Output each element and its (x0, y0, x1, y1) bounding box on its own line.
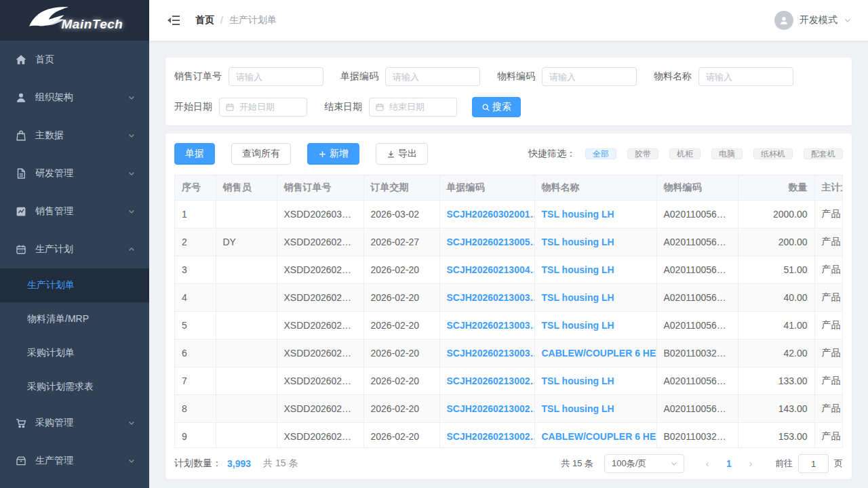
end-date-input[interactable]: 结束日期 (369, 98, 457, 117)
add-button[interactable]: 新增 (307, 143, 359, 165)
quick-filter-chip[interactable]: 胶带 (627, 148, 658, 159)
cell-order-delivery-date: 2026-02-20 (363, 311, 439, 339)
cell-salesperson (216, 311, 277, 339)
doc-code-link[interactable]: SCJH20260213002… (447, 403, 535, 414)
cell-seq: 1 (175, 200, 216, 228)
table-row: 4XSDD202602…2026-02-20SCJH20260213003…TS… (175, 283, 843, 311)
current-page[interactable]: 1 (718, 458, 740, 469)
doc-button[interactable]: 单据 (174, 143, 215, 165)
page-unit-label: 页 (834, 458, 843, 470)
cell-plan-type: 产品 (814, 200, 843, 228)
plan-total-count: 共 15 条 (263, 458, 298, 470)
chevron-down-icon (127, 207, 136, 216)
material-name-link[interactable]: CABLEW/COUPLER 6 HE (542, 431, 656, 442)
filter-input-2[interactable] (542, 67, 637, 86)
doc-code-link[interactable]: SCJH20260213004… (447, 264, 535, 275)
doc-code-link[interactable]: SCJH20260213005… (447, 237, 535, 247)
breadcrumb-separator: / (220, 15, 223, 26)
material-name-link[interactable]: TSL housing LH (542, 292, 614, 303)
doc-code-link[interactable]: SCJH20260213003… (447, 320, 535, 331)
quick-filter-chip[interactable]: 配套机 (804, 148, 843, 159)
doc-code-link[interactable]: SCJH20260213002… (447, 431, 535, 442)
next-page-button[interactable]: › (740, 458, 762, 469)
filter-input-1[interactable] (385, 67, 480, 86)
prev-page-button[interactable]: ‹ (696, 458, 718, 469)
cell-doc-code: SCJH20260213002… (439, 394, 534, 422)
filter-input-3[interactable] (698, 67, 793, 86)
filter-end-date: 结束日期 结束日期 (324, 98, 457, 117)
quick-filter-chip[interactable]: 电脑 (711, 148, 743, 159)
goto-page-input[interactable] (798, 454, 829, 473)
cell-material-code: A020110056… (656, 256, 738, 283)
sidebar-item-purchase-management[interactable]: 采购管理 (0, 404, 149, 442)
doc-code-link[interactable]: SCJH20260213003… (447, 292, 535, 303)
sidebar-item-production-management[interactable]: 生产管理 (0, 442, 149, 480)
filter-label: 结束日期 (324, 101, 362, 113)
material-name-link[interactable]: TSL housing LH (542, 209, 614, 220)
cell-seq: 2 (175, 228, 216, 256)
material-name-link[interactable]: TSL housing LH (542, 320, 614, 331)
cell-material-code: A020110056… (656, 200, 738, 228)
cell-order-delivery-date: 2026-02-20 (363, 339, 439, 367)
cell-doc-code: SCJH20260213003… (439, 283, 534, 311)
sidebar-item-sales-management[interactable]: 销售管理 (0, 192, 149, 230)
sidebar-subitem-item[interactable]: 物料清单/MRP (0, 302, 149, 336)
sidebar: MainTech 首页 组织架构 主数据 (0, 0, 149, 488)
material-name-link[interactable]: TSL housing LH (542, 264, 614, 275)
cell-sales-order-no: XSDD202602… (277, 283, 363, 311)
material-name-link[interactable]: TSL housing LH (542, 237, 614, 247)
quick-filter-chip[interactable]: 机柜 (669, 148, 701, 159)
cell-quantity: 42.00 (738, 339, 814, 367)
avatar (774, 11, 793, 30)
sidebar-item-master-data[interactable]: 主数据 (0, 117, 149, 155)
material-name-link[interactable]: TSL housing LH (542, 403, 614, 414)
sidebar-item-production-plan[interactable]: 生产计划 (0, 230, 149, 268)
cell-order-delivery-date: 2026-02-20 (363, 394, 439, 422)
sidebar-subitem-item[interactable]: 采购计划需求表 (0, 370, 149, 404)
cell-plan-type: 产品 (814, 339, 843, 367)
search-button[interactable]: 搜索 (472, 97, 521, 117)
page-size-select[interactable]: 100条/页 (604, 454, 684, 473)
date-placeholder: 结束日期 (389, 101, 425, 113)
quick-filter-chip[interactable]: 纸杯机 (753, 148, 793, 159)
pagination-total: 共 15 条 (561, 458, 593, 470)
filter-label: 物料名称 (654, 70, 692, 83)
sidebar-subitem-active[interactable]: 生产计划单 (0, 268, 149, 302)
cell-seq: 7 (175, 367, 216, 394)
start-date-input[interactable]: 开始日期 (219, 98, 307, 117)
cell-material-code: A020110056… (656, 283, 738, 311)
table-row: 6XSDD202602…2026-02-20SCJH20260213003…CA… (175, 339, 843, 367)
material-name-link[interactable]: CABLEW/COUPLER 6 HE (542, 348, 656, 359)
material-name-link[interactable]: TSL housing LH (542, 375, 614, 386)
sidebar-item-label: 生产管理 (35, 455, 127, 467)
doc-code-link[interactable]: SCJH20260302001… (447, 209, 535, 220)
column-header-sales-order-no: 销售订单号 (277, 176, 363, 200)
cell-doc-code: SCJH20260213005… (439, 228, 534, 256)
cell-doc-code: SCJH20260213004… (439, 256, 534, 283)
table-row: 9XSDD202602…2026-02-20SCJH20260213002…CA… (175, 422, 843, 448)
breadcrumb-home[interactable]: 首页 (195, 14, 214, 26)
chevron-down-icon (127, 131, 136, 140)
table-row: 3XSDD202602…2026-02-20SCJH20260213004…TS… (175, 256, 843, 283)
filter-input-0[interactable] (229, 67, 323, 86)
sidebar-subitem-item[interactable]: 采购计划单 (0, 336, 149, 370)
user-menu[interactable]: 开发模式 (774, 11, 852, 30)
sidebar-item-home[interactable]: 首页 (0, 41, 149, 79)
quick-filter-chip[interactable]: 全部 (585, 148, 616, 159)
top-header: 首页 / 生产计划单 开发模式 (149, 0, 868, 41)
column-header-doc-code: 单据编码 (439, 176, 534, 200)
export-button[interactable]: 导出 (376, 143, 428, 165)
sidebar-item-organization[interactable]: 组织架构 (0, 79, 149, 117)
filter-start-date: 开始日期 开始日期 (174, 98, 307, 117)
cell-material-name: TSL housing LH (534, 367, 656, 394)
doc-code-link[interactable]: SCJH20260213002… (447, 375, 535, 386)
plus-icon (318, 150, 327, 159)
doc-code-link[interactable]: SCJH20260213003… (447, 348, 535, 359)
sidebar-collapse-icon[interactable] (167, 14, 180, 27)
query-all-button[interactable]: 查询所有 (231, 143, 291, 165)
sidebar-item-rd-management[interactable]: 研发管理 (0, 155, 149, 192)
bag-icon (15, 129, 27, 142)
cell-order-delivery-date: 2026-02-20 (363, 367, 439, 394)
button-label: 单据 (185, 148, 204, 160)
cell-quantity: 133.00 (738, 367, 814, 394)
